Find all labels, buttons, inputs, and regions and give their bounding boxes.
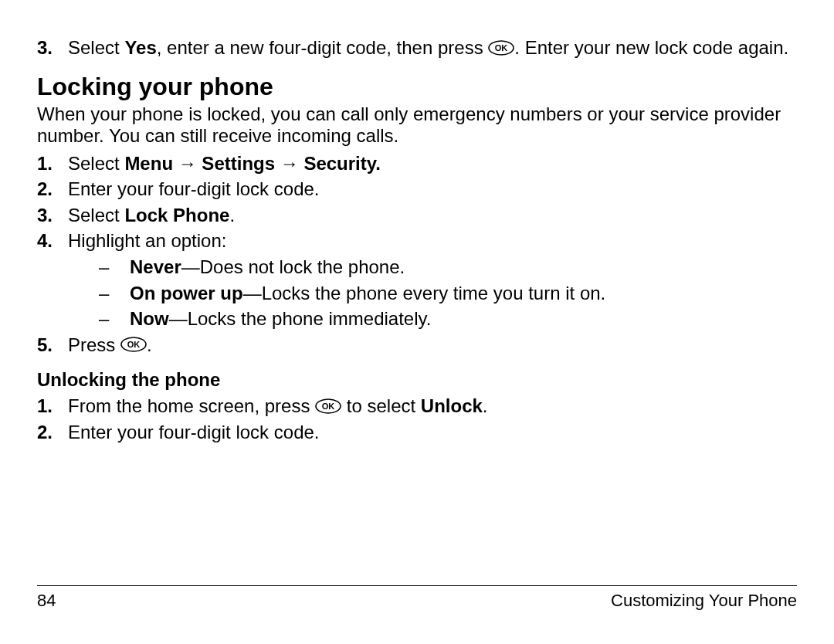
svg-text:OK: OK xyxy=(127,340,141,349)
locking-step-5: 5. Press OK. xyxy=(37,334,797,356)
lock-options-list: – Never—Does not lock the phone. – On po… xyxy=(99,256,797,330)
unlocking-steps-list: 1. From the home screen, press OK to sel… xyxy=(37,395,797,442)
ok-button-icon: OK xyxy=(315,398,341,414)
ok-button-icon: OK xyxy=(488,40,514,56)
page-number: 84 xyxy=(37,591,56,610)
step-text: Select Yes, enter a new four-digit code,… xyxy=(68,37,788,59)
lock-option-power-up: – On power up—Locks the phone every time… xyxy=(99,283,797,304)
section-intro: When your phone is locked, you can call … xyxy=(37,103,797,146)
ok-button-icon: OK xyxy=(120,337,147,352)
locking-step-2: 2. Enter your four-digit lock code. xyxy=(37,178,797,200)
locking-step-3: 3. Select Lock Phone. xyxy=(37,205,797,226)
svg-text:OK: OK xyxy=(322,402,335,411)
unlocking-step-1: 1. From the home screen, press OK to sel… xyxy=(37,395,797,417)
changing-code-step-3: 3. Select Yes, enter a new four-digit co… xyxy=(37,37,797,59)
page-content: 3. Select Yes, enter a new four-digit co… xyxy=(37,37,797,585)
locking-step-4: 4. Highlight an option: xyxy=(37,230,797,252)
page-footer: 84 Customizing Your Phone xyxy=(37,585,797,610)
lock-option-now: – Now—Locks the phone immediately. xyxy=(99,308,797,330)
section-heading-locking: Locking your phone xyxy=(37,73,797,101)
lock-option-never: – Never—Does not lock the phone. xyxy=(99,256,797,278)
step-number: 3. xyxy=(37,37,68,59)
locking-steps-list: 1. Select Menu → Settings → Security. 2.… xyxy=(37,153,797,252)
unlocking-step-2: 2. Enter your four-digit lock code. xyxy=(37,422,797,443)
svg-text:OK: OK xyxy=(495,43,508,53)
chapter-name: Customizing Your Phone xyxy=(611,591,797,610)
locking-steps-list-cont: 5. Press OK. xyxy=(37,334,797,356)
subsection-heading-unlocking: Unlocking the phone xyxy=(37,369,797,391)
locking-step-1: 1. Select Menu → Settings → Security. xyxy=(37,153,797,175)
